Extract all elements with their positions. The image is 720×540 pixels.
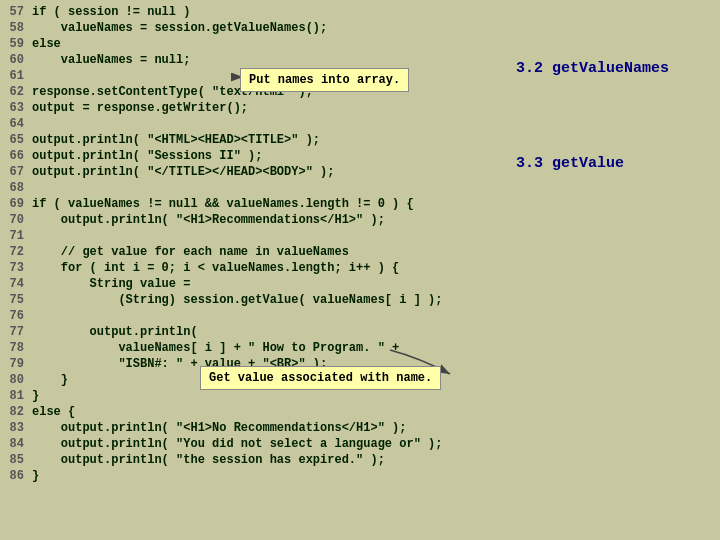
code-line: 63output = response.getWriter();	[0, 100, 510, 116]
line-number: 79	[0, 356, 32, 372]
line-number: 85	[0, 452, 32, 468]
code-line: 71	[0, 228, 510, 244]
callout-get-value: Get value associated with name.	[200, 366, 441, 390]
line-number: 63	[0, 100, 32, 116]
line-number: 73	[0, 260, 32, 276]
line-number: 66	[0, 148, 32, 164]
line-code: output.println( "<H1>Recommendations</H1…	[32, 212, 385, 228]
line-number: 74	[0, 276, 32, 292]
annotation-get-value-names: 3.2 getValueNames	[516, 60, 714, 81]
line-number: 70	[0, 212, 32, 228]
line-code: output.println( "Sessions II" );	[32, 148, 262, 164]
line-number: 64	[0, 116, 32, 132]
code-line: 69if ( valueNames != null && valueNames.…	[0, 196, 510, 212]
line-code: if ( valueNames != null && valueNames.le…	[32, 196, 414, 212]
line-code: output.println( "</TITLE></HEAD><BODY>" …	[32, 164, 334, 180]
code-line: 58 valueNames = session.getValueNames();	[0, 20, 510, 36]
code-line: 83 output.println( "<H1>No Recommendatio…	[0, 420, 510, 436]
line-code: output.println( "the session has expired…	[32, 452, 385, 468]
line-code: else {	[32, 404, 75, 420]
code-area: 57if ( session != null )58 valueNames = …	[0, 0, 510, 540]
line-number: 62	[0, 84, 32, 100]
line-code: output.println(	[32, 324, 198, 340]
line-number: 81	[0, 388, 32, 404]
line-code: }	[32, 372, 68, 388]
line-number: 78	[0, 340, 32, 356]
code-line: 59else	[0, 36, 510, 52]
line-number: 69	[0, 196, 32, 212]
code-line: 64	[0, 116, 510, 132]
main-container: 57if ( session != null )58 valueNames = …	[0, 0, 720, 540]
code-line: 68	[0, 180, 510, 196]
annotation-title-2: 3.3 getValue	[516, 155, 714, 172]
code-line: 75 (String) session.getValue( valueNames…	[0, 292, 510, 308]
line-code: }	[32, 468, 39, 484]
code-line: 85 output.println( "the session has expi…	[0, 452, 510, 468]
annotation-panel: 3.2 getValueNames 3.3 getValue	[510, 0, 720, 540]
line-code: // get value for each name in valueNames	[32, 244, 349, 260]
line-number: 80	[0, 372, 32, 388]
code-line: 60 valueNames = null;	[0, 52, 510, 68]
code-line: 84 output.println( "You did not select a…	[0, 436, 510, 452]
code-line: 66output.println( "Sessions II" );	[0, 148, 510, 164]
line-code: output.println( "<H1>No Recommendations<…	[32, 420, 406, 436]
code-line: 86}	[0, 468, 510, 484]
line-code: valueNames = null;	[32, 52, 190, 68]
line-number: 67	[0, 164, 32, 180]
line-code: output.println( "<HTML><HEAD><TITLE>" );	[32, 132, 320, 148]
line-number: 71	[0, 228, 32, 244]
code-line: 74 String value =	[0, 276, 510, 292]
line-code: }	[32, 388, 39, 404]
line-code: (String) session.getValue( valueNames[ i…	[32, 292, 442, 308]
line-number: 61	[0, 68, 32, 84]
callout-put-names: Put names into array.	[240, 68, 409, 92]
line-code: output.println( "You did not select a la…	[32, 436, 442, 452]
code-line: 72 // get value for each name in valueNa…	[0, 244, 510, 260]
line-number: 82	[0, 404, 32, 420]
code-line: 70 output.println( "<H1>Recommendations<…	[0, 212, 510, 228]
code-line: 67output.println( "</TITLE></HEAD><BODY>…	[0, 164, 510, 180]
line-number: 77	[0, 324, 32, 340]
code-line: 65output.println( "<HTML><HEAD><TITLE>" …	[0, 132, 510, 148]
line-code: output = response.getWriter();	[32, 100, 248, 116]
line-number: 59	[0, 36, 32, 52]
code-line: 73 for ( int i = 0; i < valueNames.lengt…	[0, 260, 510, 276]
line-number: 68	[0, 180, 32, 196]
code-line: 81}	[0, 388, 510, 404]
line-code: if ( session != null )	[32, 4, 190, 20]
line-number: 76	[0, 308, 32, 324]
line-number: 86	[0, 468, 32, 484]
code-line: 78 valueNames[ i ] + " How to Program. "…	[0, 340, 510, 356]
annotation-get-value: 3.3 getValue	[516, 155, 714, 176]
line-code: else	[32, 36, 61, 52]
line-number: 72	[0, 244, 32, 260]
line-code: valueNames = session.getValueNames();	[32, 20, 327, 36]
line-number: 60	[0, 52, 32, 68]
line-number: 84	[0, 436, 32, 452]
line-code: valueNames[ i ] + " How to Program. " +	[32, 340, 399, 356]
code-line: 77 output.println(	[0, 324, 510, 340]
line-number: 75	[0, 292, 32, 308]
line-number: 58	[0, 20, 32, 36]
line-number: 65	[0, 132, 32, 148]
line-number: 57	[0, 4, 32, 20]
line-code: for ( int i = 0; i < valueNames.length; …	[32, 260, 399, 276]
code-line: 82else {	[0, 404, 510, 420]
line-code: String value =	[32, 276, 190, 292]
line-number: 83	[0, 420, 32, 436]
code-line: 76	[0, 308, 510, 324]
code-line: 57if ( session != null )	[0, 4, 510, 20]
annotation-title-1: 3.2 getValueNames	[516, 60, 714, 77]
